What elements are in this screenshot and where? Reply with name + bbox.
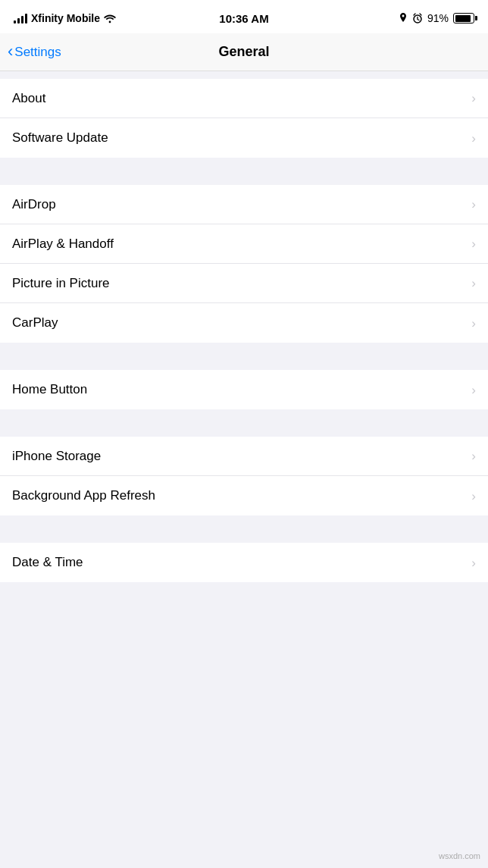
wifi-icon [104,14,116,24]
separator-3 [0,409,488,437]
separator-2 [0,343,488,370]
status-time: 10:36 AM [219,12,268,25]
section-4: iPhone Storage › Background App Refresh … [0,437,488,515]
battery-icon [453,13,474,24]
date-time-chevron-icon: › [471,556,476,569]
background-app-refresh-label: Background App Refresh [12,488,155,503]
picture-in-picture-chevron-icon: › [471,277,476,290]
nav-bar: ‹ Settings General [0,33,488,71]
list-item-software-update[interactable]: Software Update › [0,118,488,158]
back-chevron-icon: ‹ [8,43,13,60]
background-app-refresh-chevron-icon: › [471,490,476,503]
location-icon [399,13,408,24]
battery-fill [455,15,471,22]
carrier-label: Xfinity Mobile [31,12,100,24]
iphone-storage-label: iPhone Storage [12,449,101,464]
list-item-airplay-handoff[interactable]: AirPlay & Handoff › [0,224,488,264]
list-item-airdrop[interactable]: AirDrop › [0,185,488,224]
date-time-label: Date & Time [12,555,83,570]
page-title: General [218,44,269,60]
status-right: 91% [399,12,474,24]
airplay-handoff-chevron-icon: › [471,237,476,250]
signal-icon [14,13,27,24]
alarm-icon [412,13,423,24]
section-2: AirDrop › AirPlay & Handoff › Picture in… [0,185,488,343]
list-item-home-button[interactable]: Home Button › [0,370,488,409]
section-5: Date & Time › [0,543,488,582]
picture-in-picture-label: Picture in Picture [12,276,110,291]
back-button[interactable]: ‹ Settings [8,44,61,60]
iphone-storage-chevron-icon: › [471,450,476,462]
list-item-background-app-refresh[interactable]: Background App Refresh › [0,476,488,515]
status-bar: Xfinity Mobile 10:36 AM 91% [0,0,488,33]
back-label: Settings [14,45,61,60]
carplay-label: CarPlay [12,315,58,331]
home-button-label: Home Button [12,382,87,397]
list-item-carplay[interactable]: CarPlay › [0,303,488,343]
watermark: wsxdn.com [439,851,480,860]
battery-percent: 91% [427,12,449,24]
about-label: About [12,91,45,106]
software-update-chevron-icon: › [471,132,476,145]
list-item-picture-in-picture[interactable]: Picture in Picture › [0,264,488,303]
carplay-chevron-icon: › [471,317,476,330]
top-spacer [0,71,488,79]
airdrop-label: AirDrop [12,197,56,212]
list-item-date-time[interactable]: Date & Time › [0,543,488,582]
separator-1 [0,158,488,185]
about-chevron-icon: › [471,92,476,105]
status-left: Xfinity Mobile [14,12,116,24]
list-item-about[interactable]: About › [0,79,488,118]
section-1: About › Software Update › [0,79,488,158]
airplay-handoff-label: AirPlay & Handoff [12,237,114,252]
airdrop-chevron-icon: › [471,198,476,211]
home-button-chevron-icon: › [471,384,476,396]
section-3: Home Button › [0,370,488,409]
list-item-iphone-storage[interactable]: iPhone Storage › [0,437,488,476]
software-update-label: Software Update [12,130,108,146]
separator-4 [0,515,488,543]
